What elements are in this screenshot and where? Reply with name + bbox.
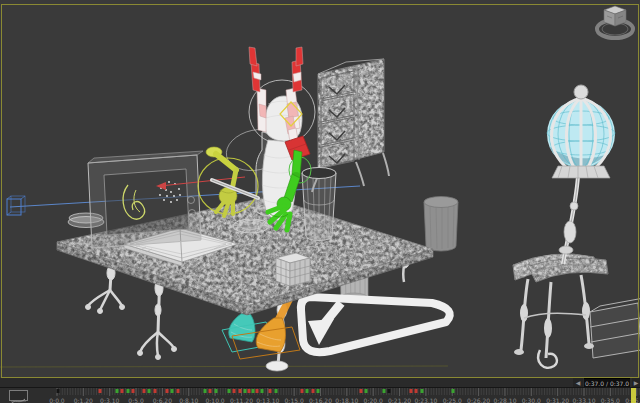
next-frame-button[interactable]: ▶ bbox=[632, 378, 640, 387]
animation-key[interactable] bbox=[166, 389, 169, 393]
animation-key[interactable] bbox=[275, 389, 278, 393]
animation-key[interactable] bbox=[204, 389, 207, 393]
ruler-time-label: 0:10.0 bbox=[205, 397, 224, 403]
view-cube[interactable] bbox=[597, 6, 633, 38]
track-bar[interactable]: 0:0.00:1.200:3.100:5.00:6.200:8.100:10.0… bbox=[0, 387, 640, 403]
animation-key[interactable] bbox=[244, 389, 247, 393]
animation-key[interactable] bbox=[383, 389, 386, 393]
animation-key[interactable] bbox=[143, 389, 146, 393]
animation-key[interactable] bbox=[215, 389, 218, 393]
animation-key[interactable] bbox=[421, 389, 424, 393]
animation-key[interactable] bbox=[301, 389, 304, 393]
animation-key[interactable] bbox=[228, 389, 231, 393]
animation-key[interactable] bbox=[410, 389, 413, 393]
striped-ear bbox=[249, 47, 266, 132]
ruler-time-label: 0:28.10 bbox=[493, 397, 516, 403]
floor-grid-line bbox=[0, 366, 448, 367]
ruler-time-label: 0:8.10 bbox=[179, 397, 198, 403]
animation-key[interactable] bbox=[452, 389, 455, 393]
animation-key[interactable] bbox=[171, 389, 174, 393]
time-slider-handle[interactable]: 0:37.0 / 0:37.0 bbox=[584, 378, 630, 387]
ruler-time-label: 0:35.0 bbox=[601, 397, 620, 403]
animation-key[interactable] bbox=[365, 389, 368, 393]
dish[interactable] bbox=[233, 219, 269, 233]
animation-key[interactable] bbox=[248, 389, 251, 393]
animation-key[interactable] bbox=[312, 389, 315, 393]
ruler-time-label: 0:6.20 bbox=[153, 397, 172, 403]
ruler-time-label: 0:1.20 bbox=[74, 397, 93, 403]
animation-key[interactable] bbox=[306, 389, 309, 393]
animation-key[interactable] bbox=[256, 389, 259, 393]
ruler-time-label: 0:25.0 bbox=[443, 397, 462, 403]
scene-canvas[interactable] bbox=[0, 0, 640, 378]
mini-curve-editor-button[interactable] bbox=[9, 390, 28, 401]
time-slider[interactable]: ◀ 0:37.0 / 0:37.0 ▶ bbox=[0, 378, 640, 387]
animation-key[interactable] bbox=[269, 389, 272, 393]
animation-key[interactable] bbox=[388, 389, 391, 393]
ruler-time-label: 0:33.10 bbox=[572, 397, 595, 403]
crate[interactable] bbox=[590, 298, 640, 358]
animation-key[interactable] bbox=[261, 389, 264, 393]
ruler-time-label: 0:31.20 bbox=[546, 397, 569, 403]
globe-stand[interactable] bbox=[528, 85, 615, 282]
ruler-time-label: 0:30.0 bbox=[522, 397, 541, 403]
ruler-time-label: 0:18.10 bbox=[335, 397, 358, 403]
floor-arrow[interactable] bbox=[301, 297, 450, 352]
animation-key[interactable] bbox=[121, 389, 124, 393]
animation-key[interactable] bbox=[57, 389, 60, 393]
ruler-time-label: 0:16.20 bbox=[309, 397, 332, 403]
animation-key[interactable] bbox=[360, 389, 363, 393]
animation-key[interactable] bbox=[116, 389, 119, 393]
desk-trash-bin[interactable] bbox=[302, 168, 336, 241]
ruler-time-label: 0:0.0 bbox=[49, 397, 65, 403]
ruler-time-label: 0:11.20 bbox=[230, 397, 253, 403]
track-bar-ruler[interactable]: 0:0.00:1.200:3.100:5.00:6.200:8.100:10.0… bbox=[0, 388, 640, 403]
current-time-marker[interactable] bbox=[631, 388, 636, 403]
animation-key[interactable] bbox=[415, 389, 418, 393]
animation-key[interactable] bbox=[233, 389, 236, 393]
ruler-time-label: 0:5.0 bbox=[128, 397, 144, 403]
previous-frame-button[interactable]: ◀ bbox=[573, 378, 583, 387]
ruler-time-label: 0:20.0 bbox=[364, 397, 383, 403]
ruler-time-label: 0:15.0 bbox=[285, 397, 304, 403]
ruler-time-label: 0:26.20 bbox=[467, 397, 490, 403]
animation-key[interactable] bbox=[239, 389, 242, 393]
tv-monitor[interactable] bbox=[88, 151, 203, 248]
animation-key[interactable] bbox=[99, 389, 102, 393]
animation-key[interactable] bbox=[177, 389, 180, 393]
ruler-time-label: 0:23.10 bbox=[414, 397, 437, 403]
perspective-viewport[interactable] bbox=[0, 0, 640, 378]
animation-key[interactable] bbox=[132, 389, 135, 393]
animation-key[interactable] bbox=[252, 389, 255, 393]
animation-key[interactable] bbox=[127, 389, 130, 393]
ruler-time-label: 0:21.20 bbox=[388, 397, 411, 403]
ruler-time-label: 0:13.10 bbox=[256, 397, 279, 403]
gridded-box[interactable] bbox=[276, 253, 310, 286]
animation-key[interactable] bbox=[209, 389, 212, 393]
curve-icon bbox=[10, 397, 27, 403]
3d-app-window: ◀ 0:37.0 / 0:37.0 ▶ 0:0.00:1.200:3.100:5… bbox=[0, 0, 640, 403]
ruler-time-label: 0:3.10 bbox=[100, 397, 119, 403]
animation-key[interactable] bbox=[148, 389, 151, 393]
animation-key[interactable] bbox=[154, 389, 157, 393]
animation-key[interactable] bbox=[317, 389, 320, 393]
floor-bin[interactable] bbox=[424, 197, 458, 252]
